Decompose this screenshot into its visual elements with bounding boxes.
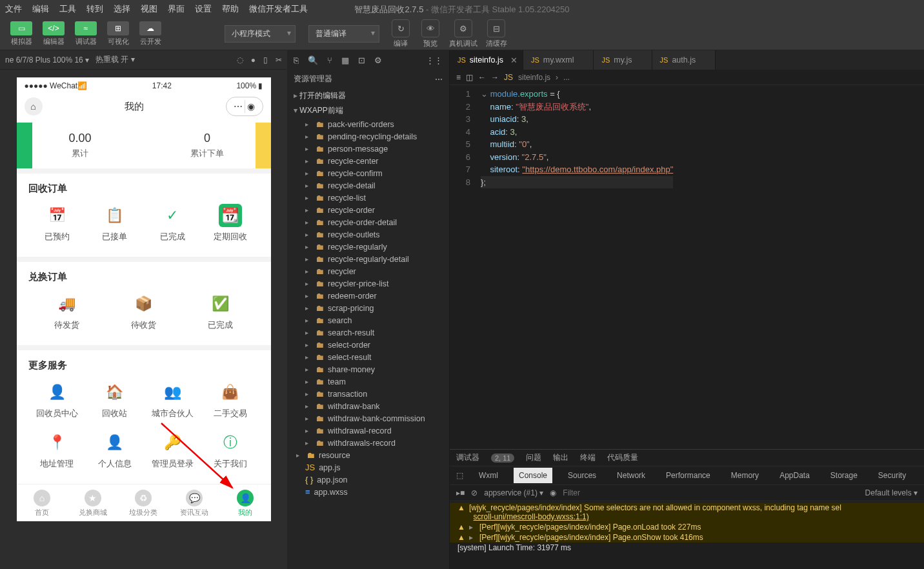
console-toggle-icon[interactable]: ▸■ bbox=[456, 488, 465, 497]
bc-back-icon[interactable]: ← bbox=[478, 73, 486, 82]
menu-edit[interactable]: 编辑 bbox=[32, 3, 49, 15]
menu-select[interactable]: 选择 bbox=[114, 3, 130, 15]
folder-redeem-order[interactable]: 🖿redeem-order bbox=[287, 290, 449, 302]
sim-cut-icon[interactable]: ✂ bbox=[276, 55, 282, 65]
editor-tab-auth.js[interactable]: JSauth.js bbox=[652, 50, 716, 70]
folder-withdrawal-record[interactable]: 🖿withdrawal-record bbox=[287, 424, 449, 437]
bc-bookmark-icon[interactable]: ◫ bbox=[466, 73, 473, 82]
console-clear-icon[interactable]: ⊘ bbox=[471, 488, 477, 497]
grid-item-已完成[interactable]: ✓已完成 bbox=[144, 204, 202, 254]
bc-fwd-icon[interactable]: → bbox=[491, 73, 499, 82]
console-live-icon[interactable]: ◉ bbox=[550, 488, 556, 497]
compile-select[interactable]: 普通编译 bbox=[308, 25, 379, 43]
grid-item-二手交易[interactable]: 👜二手交易 bbox=[201, 381, 259, 431]
visual-toggle[interactable]: ⊞可视化 bbox=[103, 20, 133, 48]
tabbar-首页[interactable]: ⌂首页 bbox=[17, 484, 68, 521]
folder-search[interactable]: 🖿search bbox=[287, 314, 449, 326]
menu-tools[interactable]: 工具 bbox=[59, 3, 76, 15]
menu-settings[interactable]: 设置 bbox=[195, 3, 212, 15]
hotreload-select[interactable]: 热重载 开 ▾ bbox=[95, 54, 135, 65]
devtools-tab-wxml[interactable]: Wxml bbox=[474, 468, 503, 483]
editor-tab-my.wxml[interactable]: JSmy.wxml bbox=[523, 50, 594, 70]
folder-recycler-price-list[interactable]: 🖿recycler-price-list bbox=[287, 277, 449, 290]
folder-recycle-order-detail[interactable]: 🖿recycle-order-detail bbox=[287, 216, 449, 228]
ext-icon[interactable]: ▦ bbox=[341, 55, 349, 65]
robot-icon[interactable]: ⊡ bbox=[358, 55, 365, 65]
file-app.json[interactable]: { }app.json bbox=[287, 474, 449, 486]
console-levels[interactable]: Default levels ▾ bbox=[865, 488, 918, 497]
grid-item-定期回收[interactable]: 📆定期回收 bbox=[201, 204, 259, 254]
editor-toggle[interactable]: </>编辑器 bbox=[39, 20, 68, 48]
search-icon[interactable]: 🔍 bbox=[308, 55, 318, 65]
menu-wechat[interactable]: 微信开发者工具 bbox=[249, 3, 308, 15]
breadcrumb-file[interactable]: siteinfo.js bbox=[518, 73, 550, 82]
folder-scrap-pricing[interactable]: 🖿scrap-pricing bbox=[287, 302, 449, 314]
project-root[interactable]: WXAPP前端 bbox=[287, 103, 449, 118]
grid-item-个人信息[interactable]: 👤个人信息 bbox=[86, 431, 144, 481]
devtools-tab-memory[interactable]: Memory bbox=[726, 468, 764, 483]
grid-item-已完成[interactable]: ✅已完成 bbox=[182, 292, 259, 343]
gear-icon[interactable]: ⚙ bbox=[374, 55, 382, 65]
devtools-tab-sensor[interactable]: Sensor bbox=[921, 468, 924, 483]
sim-record-icon[interactable]: ● bbox=[251, 55, 256, 65]
devtools-tab-storage[interactable]: Storage bbox=[825, 468, 863, 483]
folder-recycle-center[interactable]: 🖿recycle-center bbox=[287, 155, 449, 167]
expand-icon[interactable]: ▸ bbox=[469, 523, 476, 532]
grid-item-地址管理[interactable]: 📍地址管理 bbox=[28, 431, 86, 481]
folder-recycle-outlets[interactable]: 🖿recycle-outlets bbox=[287, 228, 449, 241]
folder-withdrawals-record[interactable]: 🖿withdrawals-record bbox=[287, 437, 449, 449]
folder-share-money[interactable]: 🖿share-money bbox=[287, 363, 449, 375]
console-context[interactable]: appservice (#1) ▾ bbox=[484, 488, 543, 497]
folder-recycle-confirm[interactable]: 🖿recycle-confirm bbox=[287, 167, 449, 179]
debug-tab-problems[interactable]: 问题 bbox=[526, 452, 541, 463]
sim-device-icon[interactable]: ▯ bbox=[263, 55, 268, 65]
debug-tab-quality[interactable]: 代码质量 bbox=[607, 452, 638, 463]
devtools-tab-console[interactable]: Console bbox=[514, 468, 552, 483]
bc-list-icon[interactable]: ≡ bbox=[456, 73, 461, 82]
close-icon[interactable]: ✕ bbox=[510, 55, 517, 65]
folder-select-order[interactable]: 🖿select-order bbox=[287, 339, 449, 351]
expand-icon[interactable]: ▸ bbox=[469, 533, 476, 542]
folder-recycler[interactable]: 🖿recycler bbox=[287, 265, 449, 277]
tabbar-兑换商城[interactable]: ★兑换商城 bbox=[67, 484, 118, 521]
menu-goto[interactable]: 转到 bbox=[86, 3, 103, 15]
debug-tab-terminal[interactable]: 终端 bbox=[580, 452, 596, 463]
editor-tab-my.js[interactable]: JSmy.js bbox=[594, 50, 652, 70]
menu-view[interactable]: 视图 bbox=[141, 3, 157, 15]
capsule-button[interactable]: ⋯◉ bbox=[226, 97, 263, 116]
grid-item-关于我们[interactable]: ⓘ关于我们 bbox=[201, 431, 259, 481]
tabbar-我的[interactable]: 👤我的 bbox=[220, 484, 271, 521]
more-icon[interactable]: ⋯ bbox=[435, 75, 443, 84]
folder-search-result[interactable]: 🖿search-result bbox=[287, 326, 449, 339]
folder-recycle-list[interactable]: 🖿recycle-list bbox=[287, 192, 449, 204]
folder-resource[interactable]: 🖿resource bbox=[287, 449, 449, 461]
cloud-toggle[interactable]: ☁云开发 bbox=[136, 20, 165, 48]
menu-interface[interactable]: 界面 bbox=[168, 3, 185, 15]
grid-item-已接单[interactable]: 📋已接单 bbox=[86, 204, 144, 254]
devtools-tab-network[interactable]: Network bbox=[612, 468, 650, 483]
open-editors-section[interactable]: 打开的编辑器 bbox=[287, 88, 449, 103]
folder-pack-verific-orders[interactable]: 🖿pack-verific-orders bbox=[287, 118, 449, 130]
grid-item-已预约[interactable]: 📅已预约 bbox=[28, 204, 86, 254]
remote-debug-button[interactable]: ⚙ bbox=[454, 19, 472, 37]
folder-recycle-regularly[interactable]: 🖿recycle-regularly bbox=[287, 241, 449, 253]
devtools-tab-security[interactable]: Security bbox=[873, 468, 911, 483]
menu-file[interactable]: 文件 bbox=[5, 3, 22, 15]
devtools-inspect-icon[interactable]: ⬚ bbox=[456, 471, 463, 480]
overflow-icon[interactable]: ⋮⋮ bbox=[426, 55, 443, 65]
simulator-toggle[interactable]: ▭模拟器 bbox=[6, 20, 36, 48]
folder-select-result[interactable]: 🖿select-result bbox=[287, 351, 449, 363]
tabbar-垃圾分类[interactable]: ♻垃圾分类 bbox=[118, 484, 169, 521]
devtools-tab-sources[interactable]: Sources bbox=[563, 468, 601, 483]
debug-tab-output[interactable]: 输出 bbox=[553, 452, 568, 463]
device-select[interactable]: ne 6/7/8 Plus 100% 16 ▾ bbox=[5, 55, 89, 65]
preview-button[interactable]: 👁 bbox=[421, 19, 439, 37]
grid-item-回收员中心[interactable]: 👤回收员中心 bbox=[28, 381, 86, 431]
grid-item-城市合伙人[interactable]: 👥城市合伙人 bbox=[144, 381, 202, 431]
home-icon[interactable]: ⌂ bbox=[25, 97, 43, 115]
grid-item-回收站[interactable]: 🏠回收站 bbox=[86, 381, 144, 431]
devtools-tab-performance[interactable]: Performance bbox=[661, 468, 716, 483]
git-icon[interactable]: ⑂ bbox=[327, 55, 332, 65]
folder-person-message[interactable]: 🖿person-message bbox=[287, 143, 449, 155]
editor-tab-siteinfo.js[interactable]: JSsiteinfo.js✕ bbox=[450, 50, 523, 70]
